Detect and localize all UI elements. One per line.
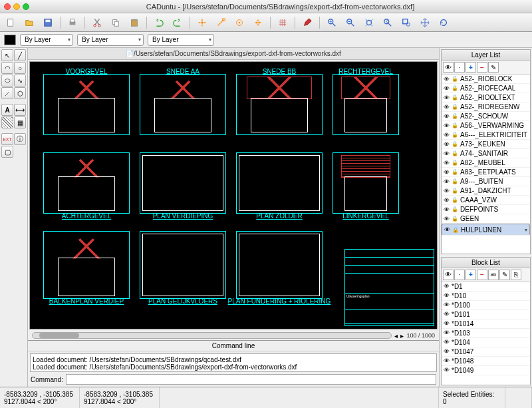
layer-item[interactable]: 👁🔒A6---_ELEKTRICITEIT [442, 130, 530, 140]
insert-block-icon[interactable]: ⎘ [511, 270, 521, 280]
block-item[interactable]: 👁*D1 [442, 282, 530, 292]
layer-item[interactable]: 👁🔒DEFPOINTS [442, 205, 530, 214]
pan-icon[interactable] [418, 16, 432, 29]
block-item[interactable]: 👁*D103 [442, 329, 530, 338]
visibility-icon[interactable]: 👁 [444, 283, 450, 290]
ellipse-tool-icon[interactable]: ⬭ [1, 75, 13, 87]
layer-item[interactable]: 👁🔒CAAA_VZW [442, 196, 530, 205]
layer-item[interactable]: 👁🔒GEEN [442, 214, 530, 224]
layer-item[interactable]: 👁🔒A83-_EETPLAATS [442, 168, 530, 177]
lock-icon[interactable]: 🔒 [452, 95, 458, 101]
visibility-icon[interactable]: 👁 [444, 85, 450, 92]
visibility-icon[interactable]: 👁 [444, 311, 450, 317]
layer-item[interactable]: 👁🔒A52-_RIOOLTEXT [442, 93, 530, 102]
grid-icon[interactable] [276, 16, 289, 29]
zoom-previous-icon[interactable] [381, 16, 394, 29]
edit-icon[interactable] [301, 16, 314, 29]
visibility-icon[interactable]: 👁 [444, 197, 450, 204]
show-all-blocks-icon[interactable]: 👁 [443, 270, 454, 280]
snap-endpoint-icon[interactable] [214, 16, 227, 29]
text-tool-icon[interactable]: A [1, 104, 13, 116]
zoom-out-icon[interactable] [344, 16, 357, 29]
hatch-tool-icon[interactable] [1, 116, 13, 128]
zoom-window-icon[interactable] [400, 16, 413, 29]
visibility-icon[interactable]: 👁 [444, 206, 450, 213]
remove-layer-button[interactable]: − [477, 62, 487, 73]
visibility-icon[interactable]: 👁 [444, 216, 450, 222]
lock-icon[interactable]: 🔒 [452, 150, 458, 156]
visibility-icon[interactable]: 👁 [444, 292, 450, 299]
layer-item[interactable]: 👁🔒A91-_DAKZICHT [442, 186, 530, 196]
layer-item[interactable]: 👁🔒A9---_BUITEN [442, 177, 530, 186]
spline-tool-icon[interactable]: ∿ [14, 75, 26, 87]
close-button[interactable] [4, 3, 11, 10]
visibility-icon[interactable]: 👁 [444, 302, 450, 308]
chevron-right-icon[interactable]: ▸ [400, 332, 404, 339]
lock-icon[interactable]: 🔒 [452, 206, 458, 212]
visibility-icon[interactable]: 👁 [444, 141, 450, 148]
lock-icon[interactable]: 🔒 [452, 104, 458, 110]
new-file-icon[interactable] [4, 16, 17, 29]
modify-tool-icon[interactable]: EXT [1, 133, 13, 145]
visibility-icon[interactable]: 👁 [444, 95, 450, 101]
block-item[interactable]: 👁*D1048 [442, 357, 530, 366]
block-item[interactable]: 👁*D104 [442, 338, 530, 347]
layer-item[interactable]: 👁🔒A52-_RIOBLOCK [442, 75, 530, 84]
block-item[interactable]: 👁*D10 [442, 292, 530, 301]
horizontal-scrollbar[interactable] [32, 332, 392, 339]
redo-icon[interactable] [171, 16, 184, 29]
lock-icon[interactable]: 🔒 [452, 141, 458, 147]
paste-icon[interactable] [128, 16, 141, 29]
polyline-tool-icon[interactable]: ⟋ [1, 87, 13, 99]
lock-icon[interactable]: 🔒 [452, 113, 458, 119]
rename-block-icon[interactable]: ab [488, 270, 499, 280]
arc-tool-icon[interactable]: ◠ [1, 62, 13, 74]
visibility-icon[interactable]: 👁 [444, 329, 450, 336]
layer-item[interactable]: 👁🔒HULPLIJNEN [442, 224, 530, 236]
remove-block-button[interactable]: − [477, 270, 487, 280]
command-input[interactable] [66, 374, 436, 385]
block-item[interactable]: 👁*D100 [442, 301, 530, 310]
snap-middle-icon[interactable] [251, 16, 265, 29]
layer-item[interactable]: 👁🔒A52-_SCHOUW [442, 112, 530, 121]
copy-icon[interactable] [109, 16, 122, 29]
lock-icon[interactable]: 🔒 [452, 76, 458, 82]
snap-center-icon[interactable] [233, 16, 246, 29]
edit-block-icon[interactable]: ✎ [499, 270, 510, 280]
open-file-icon[interactable] [23, 16, 36, 29]
visibility-icon[interactable]: 👁 [444, 367, 450, 373]
block-item[interactable]: 👁*D1049 [442, 366, 530, 375]
visibility-icon[interactable]: 👁 [444, 357, 450, 364]
save-icon[interactable] [41, 16, 55, 29]
lock-icon[interactable]: 🔒 [452, 216, 458, 222]
chevron-left-icon[interactable]: ◂ [394, 332, 398, 339]
visibility-icon[interactable]: 👁 [444, 339, 450, 345]
lock-icon[interactable]: 🔒 [452, 227, 459, 233]
zoom-in-icon[interactable] [325, 16, 338, 29]
lock-icon[interactable]: 🔒 [452, 188, 458, 194]
visibility-icon[interactable]: 👁 [444, 320, 450, 327]
visibility-icon[interactable]: 👁 [444, 178, 450, 185]
layer-list[interactable]: 👁🔒A52-_RIOBLOCK👁🔒A52-_RIOFECAAL👁🔒A52-_RI… [442, 75, 530, 254]
layer-item[interactable]: 👁🔒A52-_RIOREGENW [442, 102, 530, 112]
show-all-layers-icon[interactable]: 👁 [443, 62, 454, 73]
visibility-icon[interactable]: 👁 [444, 169, 450, 176]
block-tool-icon[interactable]: ▢ [1, 146, 13, 158]
block-item[interactable]: 👁*D101 [442, 310, 530, 319]
layer-item[interactable]: 👁🔒A52-_RIOFECAAL [442, 84, 530, 93]
layer-item[interactable]: 👁🔒A82-_MEUBEL [442, 158, 530, 168]
pointer-tool-icon[interactable]: ↖ [1, 49, 13, 61]
color-selector[interactable]: By Layer [20, 34, 73, 46]
snap-free-icon[interactable] [196, 16, 209, 29]
zoom-button[interactable] [23, 3, 29, 10]
document-tab[interactable]: 📄 /Users/stefan/Documents/SBdrawings/exp… [28, 48, 439, 60]
visibility-icon[interactable]: 👁 [444, 104, 450, 110]
zoom-extents-icon[interactable] [362, 16, 376, 29]
drawing-canvas[interactable]: VOORGEVEL SNEDE AA SNEDE BB RECHTERGEVEL… [29, 61, 438, 329]
visibility-icon[interactable]: 👁 [444, 160, 450, 166]
print-icon[interactable] [66, 16, 79, 29]
lock-icon[interactable]: 🔒 [452, 160, 458, 166]
add-layer-button[interactable]: + [466, 62, 476, 73]
line-tool-icon[interactable]: ╱ [14, 49, 26, 61]
layer-item[interactable]: 👁🔒A56-_VERWARMING [442, 121, 530, 130]
